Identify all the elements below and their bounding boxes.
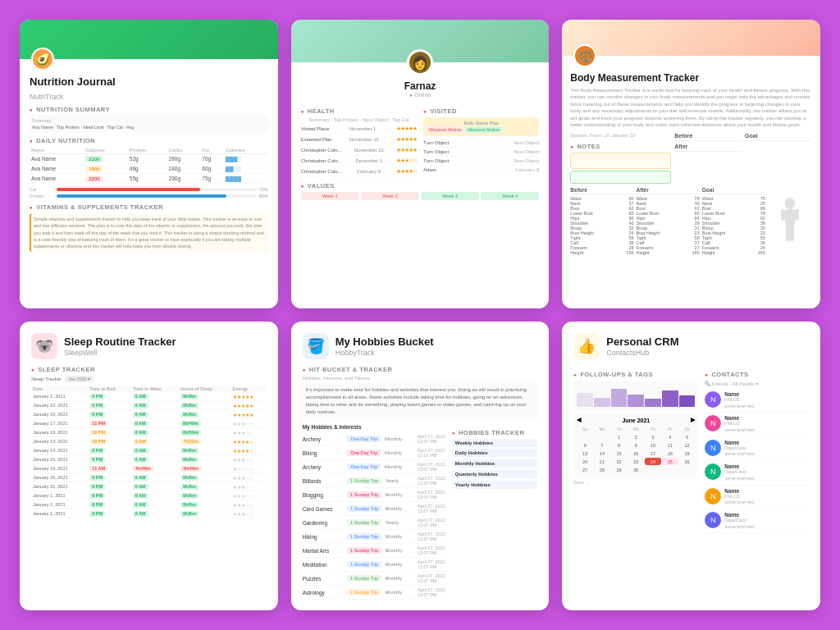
svg-point-0 bbox=[785, 198, 795, 209]
hobbies-tracker-label: HOBBIES TRACKER bbox=[452, 429, 538, 436]
nutrition-card: 🥑 Nutrition Journal NutriTrack NUTRITION… bbox=[20, 20, 278, 308]
nutrition-header: 🥑 bbox=[20, 20, 278, 59]
hobbies-tracker-yearly: Yearly Hobbies bbox=[452, 481, 538, 489]
daily-nutrition-table: NameCaloriesProteinCarbsFatCalories Ava … bbox=[30, 147, 268, 184]
contact-item: N Name Olga/Carolsome brief text bbox=[705, 509, 809, 533]
crm-content: FOLLOW-UPS & TAGS bbox=[573, 366, 809, 533]
nutrition-icon: 🥑 bbox=[31, 48, 54, 71]
list-item: Archery One-Day Trip Monthly April 27, 2… bbox=[303, 432, 445, 446]
calendar-header: ◀ June 2021 ▶ bbox=[577, 417, 695, 423]
body-measurement-card: ⚖️ Body Measurement Tracker The Body Mea… bbox=[562, 20, 820, 308]
contact-info: Name FNLCDsome brief text bbox=[724, 391, 809, 409]
avatar: N bbox=[705, 391, 721, 408]
farnaz-card: 👩 Farnaz ● Online Health Summary · Top P… bbox=[291, 20, 550, 308]
values-section: VALUES Week 1 Week 2 Week 3 Week 4 bbox=[301, 182, 540, 200]
farnaz-header: 👩 bbox=[291, 20, 550, 62]
table-row: January 17, 202111 PM6 AM8h/48m★★★☆☆ bbox=[31, 419, 267, 428]
contacts-label: CONTACTS bbox=[705, 371, 809, 378]
list-item: Puzzles 1 Sunday Trip Monthly April 27, … bbox=[303, 572, 445, 586]
list-item: Billiards 1 Sunday Trip Yearly April 27,… bbox=[303, 474, 445, 488]
sleep-table: Date Time to Bed Time to Wake Hours of S… bbox=[31, 386, 267, 518]
list-item: Gardening 1 Sunday Trip Yearly April 27,… bbox=[303, 516, 445, 530]
crm-icon: 👍 bbox=[573, 333, 600, 359]
daily-nutrition-label: DAILY NUTRITION bbox=[30, 137, 268, 144]
after-label: After bbox=[674, 144, 742, 152]
hobbies-card: 🪣 My Hobbies Bucket HobbyTrack HIT BUCKE… bbox=[291, 322, 550, 610]
contact-item: N Name Olga/Carolsome brief text bbox=[705, 437, 809, 461]
table-row: Ava Name220055g290g75g▓▓▓▓ bbox=[30, 174, 268, 184]
contact-item: N Name FNLCDsome brief text bbox=[705, 413, 809, 436]
table-row: January 20, 20219 PM6 AM9h/8m★★★☆☆ bbox=[31, 473, 267, 482]
contact-info: Name Olga/Carolsome brief text bbox=[724, 463, 809, 482]
hit-subtitle: Hobbies, Interests, and Talents bbox=[303, 376, 538, 381]
hobbies-header: 🪣 My Hobbies Bucket HobbyTrack bbox=[303, 333, 538, 359]
contact-item: N Name FNLCDsome brief text bbox=[705, 389, 809, 413]
table-row: January 1, 20219 PM6 AM9h/8m★★★☆☆ bbox=[31, 509, 267, 518]
before-label: Before bbox=[674, 133, 742, 141]
table-row: January 1, 20219 PM6 AM9h/8m★★★★★ bbox=[31, 392, 267, 401]
calendar-grid: Su Mo Tu We Th Fr Sa 1 2 3 4 bbox=[577, 426, 695, 473]
table-row: Ava Name180048g240g60g▓▓░░ bbox=[30, 164, 268, 174]
sleep-title: Sleep Routine Tracker bbox=[64, 336, 176, 348]
avatar: N bbox=[705, 512, 721, 528]
crm-title: Personal CRM bbox=[606, 336, 678, 348]
hit-bucket-label: HIT BUCKET & TRACKER bbox=[303, 366, 538, 373]
farnaz-visited-section: Visited Body Status Plan Measure Motive … bbox=[423, 103, 539, 177]
table-row: January 1, 20219 PM6 AM9h/8m★★★☆☆ bbox=[31, 500, 267, 509]
nutrition-bar: Protein 85% bbox=[30, 194, 268, 199]
table-row: Essential Plan November 15 ★★★★★ bbox=[301, 135, 417, 145]
farnaz-status: ● Online bbox=[301, 92, 540, 98]
avatar: N bbox=[705, 415, 721, 431]
contact-info: Name Olga/Carolsome brief text bbox=[724, 512, 809, 530]
main-grid: 🥑 Nutrition Journal NutriTrack NUTRITION… bbox=[0, 0, 840, 630]
svg-rect-1 bbox=[785, 209, 795, 226]
table-row: January 18, 202110 PM6 AM8h/59m★★★☆☆ bbox=[31, 428, 267, 437]
nutrition-bar: Cal 72% bbox=[30, 187, 268, 192]
table-row: January 16, 20219 PM6 AM9h/8m★★★★★ bbox=[31, 410, 267, 419]
hobbies-icon: 🪣 bbox=[303, 333, 329, 359]
table-row: Ava Name210052g280g70g▓▓▓░ bbox=[30, 154, 268, 164]
values-label: VALUES bbox=[301, 182, 540, 189]
table-row: Christopher Colo... February 8 ★★★★☆ bbox=[301, 167, 417, 177]
table-row: January 10, 20219 PM6 AM9h/8m★★★★★ bbox=[31, 401, 267, 410]
notes-label: NOTES bbox=[570, 143, 671, 150]
supplements-label: VITAMINS & SUPPLEMENTS TRACKER bbox=[30, 203, 268, 211]
visited-label: Visited bbox=[423, 107, 539, 115]
table-row: Turn Object Next Object bbox=[423, 139, 539, 148]
table-row: January 15, 20219 PM6 AM9h/8m★★★☆☆ bbox=[31, 455, 267, 464]
hobbies-tracker-weekly: Weekly Hobbies bbox=[452, 439, 538, 447]
sleep-card: 🐨 Sleep Routine Tracker SleepWell SLEEP … bbox=[20, 322, 278, 610]
nutrition-summary-label: NUTRITION SUMMARY bbox=[30, 106, 268, 113]
sleep-header: 🐨 Sleep Routine Tracker SleepWell bbox=[31, 333, 267, 359]
list-item: Biking One-Day Trip Monthly April 27, 20… bbox=[303, 446, 445, 460]
body-silhouette bbox=[778, 197, 801, 246]
hobbies-tracker-section: HOBBIES TRACKER Weekly Hobbies Daily Hob… bbox=[452, 424, 538, 600]
list-item: Card Games 1 Sunday Trip Monthly April 2… bbox=[303, 502, 445, 516]
svg-rect-5 bbox=[790, 225, 794, 241]
bm-title: Body Measurement Tracker bbox=[570, 72, 812, 84]
table-row: Turn Object Next Object bbox=[423, 148, 539, 157]
list-item: Astrology 1 Sunday Trip Monthly April 27… bbox=[303, 586, 445, 600]
goal-label: Goal bbox=[745, 133, 812, 141]
farnaz-name: Farnaz bbox=[301, 80, 540, 92]
contact-info: Name FNLCDsome brief text bbox=[724, 415, 809, 433]
hobbies-tracker-quarterly: Quarterly Hobbies bbox=[452, 470, 538, 478]
hobbies-intro: It's important to make time for hobbies … bbox=[303, 383, 538, 419]
list-item: Blogging 1 Sunday Trip Monthly April 27,… bbox=[303, 488, 445, 502]
contact-item: N Name Olga/Carolsome brief text bbox=[705, 461, 809, 485]
contact-info: Name FNLCDsome brief text bbox=[724, 488, 809, 506]
table-row: January 14, 20219 PM6 AM9h/8m★★★★☆ bbox=[31, 446, 267, 455]
table-row: Adam February 8 bbox=[423, 166, 539, 175]
table-row: Christopher Colo... November 22 ★★★★★ bbox=[301, 145, 417, 156]
sleep-subtitle: SleepWell bbox=[64, 349, 176, 357]
hobbies-tracker-daily: Daily Hobbies bbox=[452, 449, 538, 457]
list-item: Hiking 1 Sunday Trip Monthly April 27, 2… bbox=[303, 530, 445, 544]
farnaz-avatar: 👩 bbox=[407, 49, 433, 75]
farnaz-health-section: Health Summary · Top Protein · Next Obje… bbox=[301, 103, 417, 177]
table-row: Visited Place November 1 ★★★★★ bbox=[301, 124, 417, 135]
list-item: Meditation 1 Sunday Trip Monthly April 2… bbox=[303, 558, 445, 572]
hobbies-subtitle: HobbyTrack bbox=[336, 349, 434, 357]
contact-info: Name Olga/Carolsome brief text bbox=[724, 440, 809, 458]
avatar: N bbox=[705, 440, 721, 456]
sleep-tracker-label: SLEEP TRACKER bbox=[31, 366, 267, 373]
